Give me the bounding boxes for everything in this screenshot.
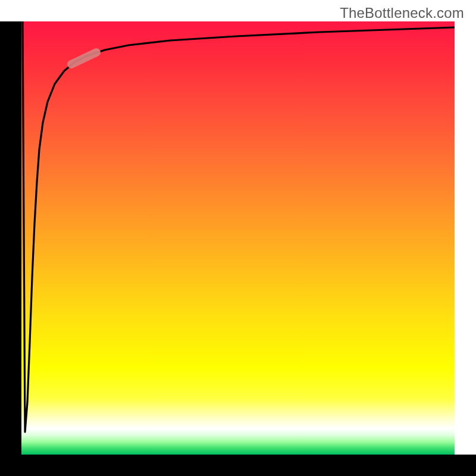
y-axis [0, 21, 21, 455]
bottleneck-curve [23, 21, 455, 432]
plot-area [21, 21, 455, 455]
highlight-marker [71, 52, 96, 64]
axis-corner-blank [0, 0, 21, 21]
bottleneck-chart: TheBottleneck.com [0, 0, 476, 476]
curve-layer [21, 21, 455, 455]
attribution-label: TheBottleneck.com [340, 5, 464, 21]
x-axis [0, 455, 476, 476]
